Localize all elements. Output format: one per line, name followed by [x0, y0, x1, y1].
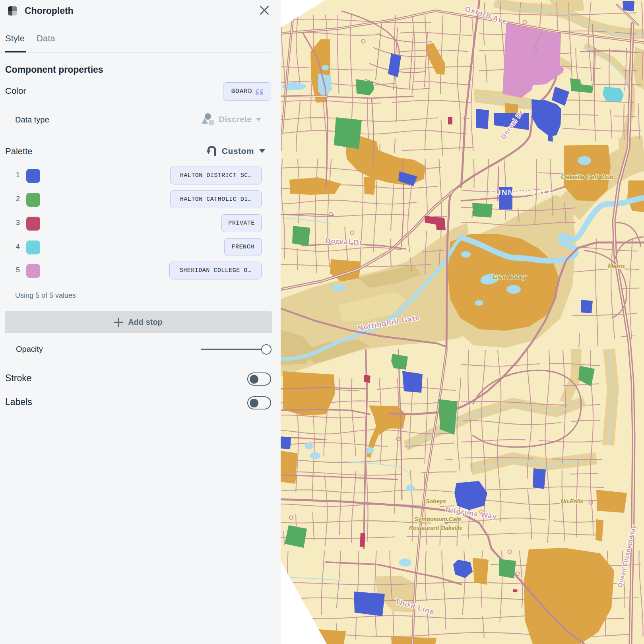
svg-text:No Frills: No Frills: [561, 498, 583, 504]
svg-text:Restaurant Oakville: Restaurant Oakville: [409, 524, 462, 531]
svg-text:Glen Abbey: Glen Abbey: [493, 274, 527, 280]
svg-text:Sobeys: Sobeys: [425, 498, 446, 504]
svg-text:Metro: Metro: [608, 263, 625, 270]
svg-text:Oakville Golf Club: Oakville Golf Club: [561, 174, 614, 180]
svg-text:Symposium Cafe: Symposium Cafe: [414, 516, 461, 522]
svg-text:SUNNINGDALE: SUNNINGDALE: [489, 188, 554, 197]
